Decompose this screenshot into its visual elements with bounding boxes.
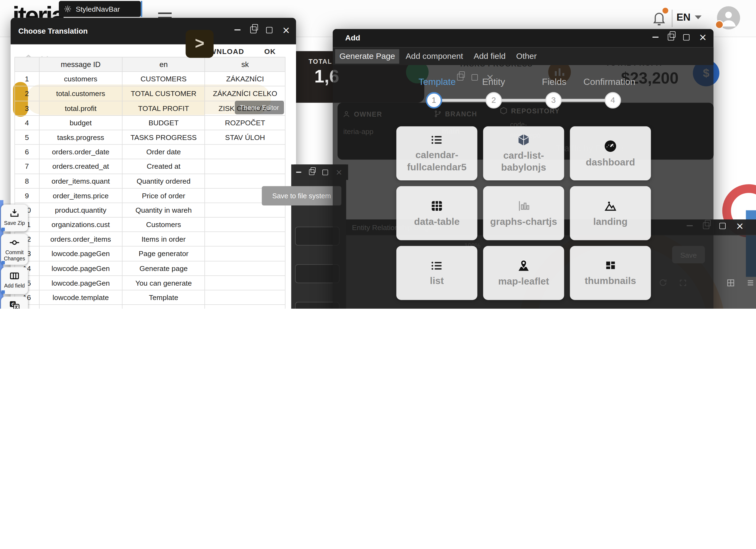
gear-icon (64, 5, 72, 13)
add-dialog-title: Add (345, 34, 360, 42)
translation-row[interactable]: 10 product.quantity Quantity in wareh (14, 203, 285, 217)
step-label-entity[interactable]: Entity (482, 77, 505, 87)
bar-chart-icon (517, 199, 530, 212)
close-icon[interactable]: × (736, 222, 744, 229)
col-message-id[interactable]: message ID (39, 57, 122, 72)
git-commit-icon (9, 237, 20, 248)
step-label-fields[interactable]: Fields (542, 77, 566, 87)
add-dialog-tabs: Generate Page Add component Add field Ot… (333, 47, 714, 65)
translation-row[interactable]: 11 organizations.cust Customers (14, 217, 285, 232)
restore-icon[interactable] (668, 34, 674, 40)
translation-row[interactable]: 4 budget BUDGET ROZPOČET (14, 115, 285, 130)
sidebar-item-add-field[interactable]: Add field (1, 267, 28, 294)
download-icon (9, 208, 20, 218)
add-dialog-titlebar[interactable]: Add × (333, 29, 714, 47)
close-icon[interactable]: × (282, 27, 290, 33)
sidebar-item-translate[interactable]: G Translate (1, 297, 28, 309)
step-label-template[interactable]: Template (418, 77, 456, 87)
template-card-graphs[interactable]: graphs-chartjs (483, 186, 564, 240)
translation-row[interactable]: 7 orders.created_at Created at (14, 159, 285, 174)
add-dialog: Add × Generate Page Add component Add fi… (333, 29, 714, 309)
template-card-list[interactable]: list (396, 246, 478, 300)
template-card-landing[interactable]: landing (570, 186, 651, 240)
list-icon (431, 259, 443, 272)
cube-icon (517, 133, 530, 147)
translation-dialog-title: Choose Translation (18, 27, 88, 36)
translation-row[interactable]: 5 tasks.progress TASKS PROGRESS STAV ÚLO… (14, 130, 285, 145)
translation-row[interactable]: 9 order_items.price Price of order (14, 188, 285, 203)
translation-table-header: message ID en sk (14, 57, 285, 72)
grid-view-icon[interactable] (727, 279, 735, 289)
close-icon[interactable]: × (699, 34, 707, 40)
step-circle-2[interactable]: 2 (486, 92, 502, 108)
screen: iteria EN BUDGET TOTAL CUSTOMERS 1,6 TAS… (0, 0, 756, 309)
theme-editor-title-ghost: Theme Editor (235, 101, 284, 114)
restore-icon[interactable] (309, 169, 315, 175)
step-label-confirmation[interactable]: Confirmation (584, 77, 636, 87)
step-circle-4[interactable]: 4 (605, 92, 621, 108)
translation-row[interactable]: 17 lowcode.template Component Temp (14, 305, 285, 309)
next-chevron-tile[interactable]: > (186, 30, 214, 58)
template-card-calendar[interactable]: calendar-fullcalendar5 (396, 126, 478, 180)
navbar-divider (672, 10, 672, 27)
template-card-dashboard[interactable]: dashboard (570, 126, 651, 180)
maximize-icon[interactable] (719, 223, 726, 229)
step-circle-1[interactable]: 1 (426, 92, 442, 108)
chevron-right-icon: > (195, 34, 204, 52)
language-label: EN (677, 12, 691, 23)
step-circle-3[interactable]: 3 (545, 92, 562, 108)
columns-icon (9, 271, 20, 281)
translation-row[interactable]: 1 customers CUSTOMERS ZÁKAZNÍCI (14, 72, 285, 86)
image-icon (604, 199, 617, 212)
grid-icon (604, 259, 617, 272)
template-card-thumbnails[interactable]: thumbnails (570, 246, 651, 300)
translation-row[interactable]: 15 lowcode.pageGen You can generate (14, 276, 285, 291)
gauge-icon (603, 139, 617, 153)
tab-other[interactable]: Other (512, 49, 541, 63)
tab-add-component[interactable]: Add component (401, 49, 467, 63)
avatar-status-dot (715, 20, 724, 29)
translation-row[interactable]: 13 lowcode.pageGen Page generator (14, 246, 285, 261)
template-card-map[interactable]: map-leaflet (483, 246, 564, 300)
ok-button[interactable]: OK (264, 47, 276, 55)
chevron-down-icon (695, 15, 702, 19)
stepper-line (427, 99, 617, 102)
minimize-icon[interactable] (234, 29, 241, 30)
table-icon (430, 199, 444, 212)
col-en[interactable]: en (122, 57, 205, 72)
restore-icon[interactable] (250, 27, 257, 33)
translation-row[interactable]: 2 total.customers TOTAL CUSTOMER ZÁKAZNÍ… (14, 86, 285, 101)
tooltip-accent-edge (141, 1, 142, 17)
sidebar-item-commit-changes[interactable]: Commit Changes (1, 234, 28, 265)
translation-row[interactable]: 8 order_items.quant Quantity ordered (14, 174, 285, 188)
translation-row[interactable]: 6 orders.order_date Order date (14, 145, 285, 159)
maximize-icon[interactable] (266, 27, 273, 33)
map-marker-icon (517, 259, 530, 272)
stylednavbar-tooltip: StyledNavBar (59, 1, 141, 17)
maximize-icon[interactable] (322, 169, 328, 175)
notification-dot (662, 8, 668, 13)
translation-row[interactable]: 14 lowcode.pageGen Generate page (14, 261, 285, 276)
translation-row[interactable]: 12 orders.order_items Items in order (14, 232, 285, 247)
save-to-file-system-button[interactable]: Save to file system (262, 186, 341, 205)
add-window-controls: × (652, 34, 707, 40)
minimize-icon[interactable] (652, 37, 659, 38)
minimize-icon[interactable] (296, 172, 302, 173)
list-view-icon[interactable] (746, 279, 754, 289)
col-sk[interactable]: sk (205, 57, 286, 72)
translation-row[interactable]: 16 lowcode.template Template (14, 290, 285, 305)
col-index (14, 57, 39, 72)
translation-window-controls: × (234, 27, 290, 33)
template-card-data-table[interactable]: data-table (396, 186, 478, 240)
list-icon (431, 134, 443, 146)
tab-generate-page[interactable]: Generate Page (335, 49, 399, 63)
tab-add-field[interactable]: Add field (469, 49, 510, 63)
sidebar-item-save-zip[interactable]: Save Zip (1, 204, 28, 232)
translation-table: message ID en sk 1 customers CUSTOMERS Z… (14, 57, 285, 309)
language-selector[interactable]: EN (677, 12, 702, 23)
template-card-babylonjs[interactable]: card-list-babylonjs (483, 126, 564, 180)
tooltip-text: StyledNavBar (76, 5, 120, 13)
translate-icon: G (9, 300, 20, 309)
maximize-icon[interactable] (683, 34, 690, 40)
